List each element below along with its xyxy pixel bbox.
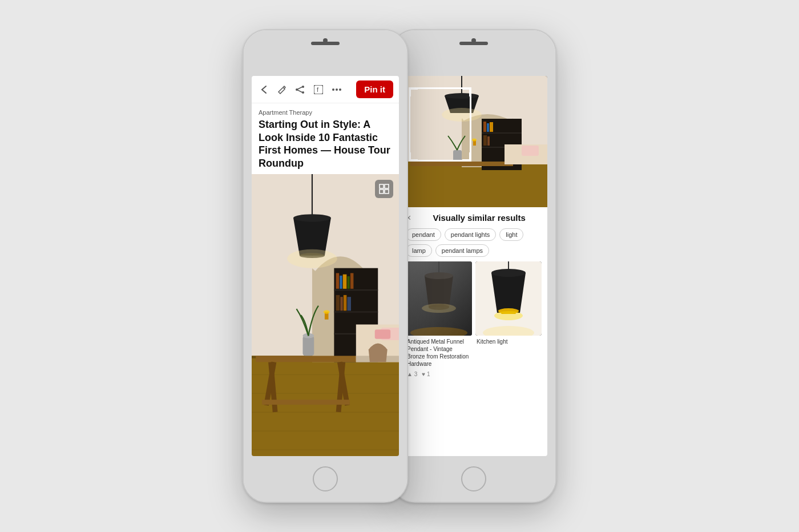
left-phone: f Pin it Apartment Therapy Starting Out … xyxy=(243,29,408,503)
article-header: Apartment Therapy Starting Out in Style:… xyxy=(252,103,399,174)
corner-bl xyxy=(409,152,418,162)
svg-point-0 xyxy=(302,86,304,88)
svg-rect-43 xyxy=(302,336,314,356)
corner-tl xyxy=(409,87,418,96)
svg-rect-50 xyxy=(375,329,390,338)
left-screen: f Pin it Apartment Therapy Starting Out … xyxy=(252,76,399,456)
right-screen: × Visually similar results pendant penda… xyxy=(400,76,547,456)
tag-light[interactable]: light xyxy=(499,228,523,241)
heart-count-left: ♥ 1 xyxy=(422,371,430,377)
selection-box xyxy=(409,87,471,162)
svg-point-1 xyxy=(302,91,304,94)
edit-button[interactable] xyxy=(276,83,288,96)
svg-point-75 xyxy=(422,304,456,313)
article-title: Starting Out in Style: A Look Inside 10 … xyxy=(259,118,392,170)
similar-results-header: × Visually similar results xyxy=(406,213,542,223)
result-card-right-title: Kitchen light xyxy=(475,336,542,348)
svg-rect-10 xyxy=(380,190,384,194)
more-button[interactable] xyxy=(330,83,343,96)
svg-point-36 xyxy=(287,249,337,268)
corner-tr xyxy=(462,87,471,96)
svg-rect-29 xyxy=(336,295,340,311)
svg-point-46 xyxy=(324,310,330,314)
svg-rect-60 xyxy=(487,136,490,146)
svg-rect-11 xyxy=(385,190,389,194)
svg-rect-42 xyxy=(262,400,350,405)
svg-rect-31 xyxy=(344,295,346,311)
svg-point-5 xyxy=(332,88,334,91)
svg-rect-32 xyxy=(347,297,351,311)
speaker-right xyxy=(459,42,488,45)
pin-it-button[interactable]: Pin it xyxy=(356,80,393,98)
home-button-left[interactable] xyxy=(313,466,338,491)
svg-point-7 xyxy=(339,88,341,91)
svg-rect-24 xyxy=(336,273,339,288)
svg-rect-25 xyxy=(340,276,342,289)
svg-rect-58 xyxy=(490,122,493,132)
phones-container: f Pin it Apartment Therapy Starting Out … xyxy=(243,29,556,503)
tags-row: pendant pendant lights light lamp pendan… xyxy=(406,228,542,257)
similar-results-section: × Visually similar results pendant penda… xyxy=(400,207,547,382)
back-button[interactable] xyxy=(257,83,270,96)
tag-lamp[interactable]: lamp xyxy=(406,244,432,257)
result-image-right xyxy=(475,261,542,336)
result-card-left-meta: ▲ 3 ♥ 1 xyxy=(406,370,472,378)
result-card-left-title: Antiqued Metal Funnel Pendant - Vintage … xyxy=(406,336,472,370)
tag-pendant-lamps[interactable]: pendant lamps xyxy=(435,244,489,257)
results-grid: Antiqued Metal Funnel Pendant - Vintage … xyxy=(406,261,542,378)
home-button-right[interactable] xyxy=(461,466,486,491)
article-source: Apartment Therapy xyxy=(259,109,392,116)
tag-pendant-lights[interactable]: pendant lights xyxy=(445,228,497,241)
svg-rect-64 xyxy=(410,162,513,166)
result-card-right[interactable]: Kitchen light xyxy=(475,261,542,378)
toolbar: f Pin it xyxy=(252,76,399,103)
corner-br xyxy=(462,152,471,162)
svg-rect-37 xyxy=(256,356,369,362)
svg-point-69 xyxy=(472,139,477,142)
speaker-left xyxy=(311,42,340,45)
svg-rect-67 xyxy=(522,146,539,156)
facebook-button[interactable]: f xyxy=(312,83,325,96)
svg-rect-30 xyxy=(340,297,342,311)
article-image xyxy=(252,174,399,456)
svg-rect-27 xyxy=(347,276,349,289)
similar-results-title: Visually similar results xyxy=(417,213,542,223)
svg-rect-57 xyxy=(487,123,489,132)
svg-point-6 xyxy=(336,88,338,91)
tag-pendant[interactable]: pendant xyxy=(406,228,441,241)
repin-count-left: ▲ 3 xyxy=(407,371,417,377)
svg-point-79 xyxy=(491,269,526,277)
svg-point-2 xyxy=(296,88,298,91)
result-card-left[interactable]: Antiqued Metal Funnel Pendant - Vintage … xyxy=(406,261,472,378)
room-image xyxy=(252,174,399,456)
svg-point-81 xyxy=(494,311,523,320)
svg-text:f: f xyxy=(317,86,319,93)
svg-rect-52 xyxy=(400,162,547,207)
svg-point-34 xyxy=(293,214,331,221)
svg-rect-26 xyxy=(343,275,347,289)
share-button[interactable] xyxy=(294,83,306,96)
visual-search-button[interactable] xyxy=(375,180,393,198)
right-image-area xyxy=(400,76,547,207)
right-phone: × Visually similar results pendant penda… xyxy=(391,29,556,503)
svg-point-73 xyxy=(425,272,453,279)
svg-rect-8 xyxy=(380,184,384,188)
result-image-left xyxy=(406,261,472,336)
svg-rect-56 xyxy=(483,122,486,132)
svg-rect-59 xyxy=(483,135,487,146)
svg-rect-28 xyxy=(350,273,353,288)
svg-rect-9 xyxy=(385,184,389,188)
